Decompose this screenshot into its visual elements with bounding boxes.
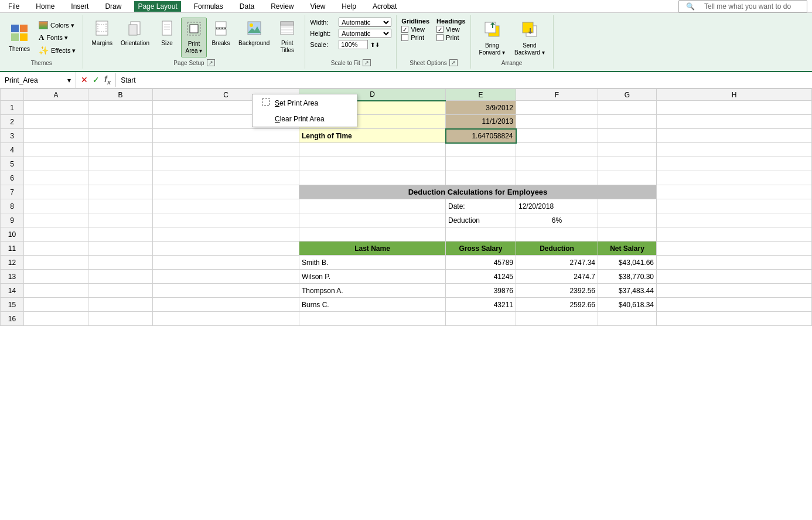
col-header-b[interactable]: B bbox=[88, 89, 153, 101]
cell-d4[interactable] bbox=[299, 143, 446, 157]
cell-d8[interactable] bbox=[299, 199, 446, 213]
cell-h8[interactable] bbox=[657, 199, 812, 213]
cell-g10[interactable] bbox=[598, 227, 657, 242]
cell-e3[interactable]: 1.647058824 bbox=[446, 129, 516, 143]
col-header-g[interactable]: G bbox=[598, 89, 657, 101]
cell-f6[interactable] bbox=[516, 171, 598, 185]
cell-a12[interactable] bbox=[24, 256, 88, 270]
breaks-button[interactable]: Breaks bbox=[208, 18, 234, 49]
cell-f5[interactable] bbox=[516, 157, 598, 171]
menu-page-layout[interactable]: Page Layout bbox=[134, 1, 180, 12]
name-box[interactable]: Print_Area ▾ bbox=[0, 72, 76, 88]
cell-a7[interactable] bbox=[24, 185, 88, 199]
cell-b13[interactable] bbox=[88, 270, 153, 284]
orientation-button[interactable]: Orientation bbox=[117, 18, 153, 49]
cell-e14[interactable]: 39876 bbox=[446, 284, 516, 298]
print-area-button[interactable]: PrintArea ▾ bbox=[181, 18, 207, 57]
row-header-7[interactable]: 7 bbox=[1, 185, 24, 199]
cell-f4[interactable] bbox=[516, 143, 598, 157]
cell-b3[interactable] bbox=[88, 129, 153, 143]
col-header-a[interactable]: A bbox=[24, 89, 88, 101]
cell-g13[interactable]: $38,770.30 bbox=[598, 270, 657, 284]
cell-d10[interactable] bbox=[299, 227, 446, 242]
cell-b16[interactable] bbox=[88, 312, 153, 326]
cell-e10[interactable] bbox=[446, 227, 516, 242]
menu-file[interactable]: File bbox=[5, 1, 23, 12]
cell-g1[interactable] bbox=[598, 101, 657, 115]
cell-b1[interactable] bbox=[88, 101, 153, 115]
cell-g11[interactable]: Net Salary bbox=[598, 242, 657, 256]
cell-e4[interactable] bbox=[446, 143, 516, 157]
set-print-area-item[interactable]: Set Print Area bbox=[253, 94, 357, 111]
menu-help[interactable]: Help bbox=[338, 1, 360, 12]
cell-g4[interactable] bbox=[598, 143, 657, 157]
cell-a11[interactable] bbox=[24, 242, 88, 256]
cell-f2[interactable] bbox=[516, 115, 598, 129]
cell-h2[interactable] bbox=[657, 115, 812, 129]
cell-g6[interactable] bbox=[598, 171, 657, 185]
cell-b15[interactable] bbox=[88, 298, 153, 312]
cell-c9[interactable] bbox=[153, 213, 299, 227]
row-header-14[interactable]: 14 bbox=[1, 284, 24, 298]
cell-f3[interactable] bbox=[516, 129, 598, 143]
bring-forward-button[interactable]: BringForward ▾ bbox=[476, 18, 509, 59]
cell-c16[interactable] bbox=[153, 312, 299, 326]
scale-input[interactable] bbox=[339, 40, 368, 49]
cell-a8[interactable] bbox=[24, 199, 88, 213]
cell-b7[interactable] bbox=[88, 185, 153, 199]
cell-h7[interactable] bbox=[657, 185, 812, 199]
scale-dialog-icon[interactable]: ↗ bbox=[363, 59, 371, 66]
cell-a2[interactable] bbox=[24, 115, 88, 129]
send-backward-button[interactable]: SendBackward ▾ bbox=[511, 18, 548, 59]
cell-f10[interactable] bbox=[516, 227, 598, 242]
cell-a5[interactable] bbox=[24, 157, 88, 171]
cell-h15[interactable] bbox=[657, 298, 812, 312]
cell-d6[interactable] bbox=[299, 171, 446, 185]
menu-draw[interactable]: Draw bbox=[101, 1, 125, 12]
cell-g16[interactable] bbox=[598, 312, 657, 326]
cell-e16[interactable] bbox=[446, 312, 516, 326]
cell-h1[interactable] bbox=[657, 101, 812, 115]
cell-e1[interactable]: 3/9/2012 bbox=[446, 101, 516, 115]
cell-a14[interactable] bbox=[24, 284, 88, 298]
height-select[interactable]: Automatic bbox=[339, 29, 391, 38]
cell-d7-merged[interactable]: Deduction Calculations for Employees bbox=[299, 185, 657, 199]
cell-f16[interactable] bbox=[516, 312, 598, 326]
cell-d3[interactable]: Length of Time bbox=[299, 129, 446, 143]
cell-a4[interactable] bbox=[24, 143, 88, 157]
cell-a1[interactable] bbox=[24, 101, 88, 115]
insert-function-icon[interactable]: fx bbox=[103, 73, 112, 87]
name-box-dropdown-icon[interactable]: ▾ bbox=[67, 76, 71, 84]
cell-a16[interactable] bbox=[24, 312, 88, 326]
cell-h10[interactable] bbox=[657, 227, 812, 242]
col-header-f[interactable]: F bbox=[516, 89, 598, 101]
cell-d13[interactable]: Wilson P. bbox=[299, 270, 446, 284]
cell-b9[interactable] bbox=[88, 213, 153, 227]
cell-f8[interactable]: 12/20/2018 bbox=[516, 199, 598, 213]
cell-h5[interactable] bbox=[657, 157, 812, 171]
cell-c6[interactable] bbox=[153, 171, 299, 185]
search-box[interactable]: 🔍 Tell me what you want to do bbox=[678, 0, 807, 13]
row-header-2[interactable]: 2 bbox=[1, 115, 24, 129]
row-header-16[interactable]: 16 bbox=[1, 312, 24, 326]
row-header-9[interactable]: 9 bbox=[1, 213, 24, 227]
cell-c15[interactable] bbox=[153, 298, 299, 312]
cell-c13[interactable] bbox=[153, 270, 299, 284]
row-header-11[interactable]: 11 bbox=[1, 242, 24, 256]
cell-h4[interactable] bbox=[657, 143, 812, 157]
cell-a9[interactable] bbox=[24, 213, 88, 227]
cell-e12[interactable]: 45789 bbox=[446, 256, 516, 270]
cell-f1[interactable] bbox=[516, 101, 598, 115]
cell-e9[interactable]: Deduction bbox=[446, 213, 516, 227]
cell-f9[interactable]: 6% bbox=[516, 213, 598, 227]
background-button[interactable]: Background bbox=[235, 18, 273, 49]
row-header-10[interactable]: 10 bbox=[1, 227, 24, 242]
cell-c12[interactable] bbox=[153, 256, 299, 270]
cell-d15[interactable]: Burns C. bbox=[299, 298, 446, 312]
cancel-formula-icon[interactable]: ✕ bbox=[80, 74, 89, 86]
cell-c14[interactable] bbox=[153, 284, 299, 298]
menu-formulas[interactable]: Formulas bbox=[190, 1, 227, 12]
cell-b2[interactable] bbox=[88, 115, 153, 129]
cell-g9[interactable] bbox=[598, 213, 657, 227]
menu-review[interactable]: Review bbox=[267, 1, 297, 12]
